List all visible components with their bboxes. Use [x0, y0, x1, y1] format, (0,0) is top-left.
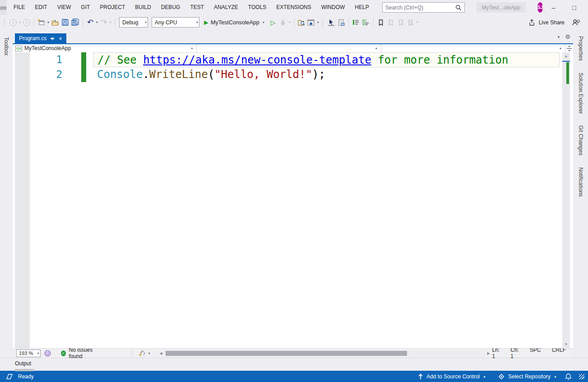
search-icon[interactable] — [455, 5, 462, 11]
vertical-scrollbar[interactable]: ▲ ▼ — [562, 52, 570, 348]
account-avatar[interactable]: SJ — [537, 2, 543, 13]
notifications-bell-icon[interactable] — [565, 373, 572, 380]
menu-project[interactable]: PROJECT — [95, 0, 130, 15]
menu-analyze[interactable]: ANALYZE — [209, 0, 243, 15]
new-project-button[interactable] — [37, 17, 46, 28]
tab-close-icon[interactable]: × — [59, 35, 62, 42]
menu-window[interactable]: WINDOW — [316, 0, 350, 15]
close-button[interactable]: × — [584, 0, 588, 15]
start-without-debugging-button[interactable]: ▷ — [268, 17, 278, 28]
code-token-link[interactable]: https://aka.ms/new-console-template — [143, 54, 371, 66]
breakpoint-margin-cell[interactable] — [15, 52, 30, 67]
search-box[interactable] — [382, 2, 465, 13]
menu-debug[interactable]: DEBUG — [156, 0, 185, 15]
navigate-back-chevron-icon[interactable]: ▾ — [18, 20, 22, 24]
window-resize-grip[interactable] — [579, 374, 584, 379]
toggle-bookmark-button[interactable] — [376, 17, 386, 28]
open-file-button[interactable] — [50, 17, 60, 28]
previous-bookmark-button[interactable] — [386, 17, 396, 28]
toolbar-grip[interactable] — [321, 18, 325, 27]
run-chevron-icon[interactable]: ▾ — [262, 20, 265, 24]
split-window-button[interactable] — [565, 44, 573, 52]
new-project-chevron-icon[interactable]: ▾ — [46, 20, 50, 24]
sync-with-active-document-button[interactable] — [306, 17, 316, 28]
save-button[interactable] — [60, 17, 70, 28]
right-dock-tab-properties[interactable]: Properties — [578, 33, 584, 64]
undo-chevron-icon[interactable]: ▾ — [95, 20, 99, 24]
live-share-button[interactable]: Live Share — [528, 19, 571, 26]
document-health-indicator[interactable]: ✓ No issues found — [61, 347, 102, 359]
sync-chevron-icon[interactable]: ▾ — [316, 20, 320, 24]
left-dock-tab-toolbox[interactable]: Toolbox — [3, 34, 9, 58]
configuration-select[interactable]: Debug ▾ — [119, 17, 148, 28]
line-ending-indicator[interactable]: CRLF — [552, 347, 566, 359]
horizontal-scrollbar-thumb[interactable] — [166, 351, 407, 356]
undo-button[interactable]: ↶ — [85, 17, 95, 28]
menu-git[interactable]: GIT — [76, 0, 95, 15]
menu-test[interactable]: TEST — [185, 0, 209, 15]
redo-button[interactable]: ↷ — [99, 17, 109, 28]
right-dock-tab-git-changes[interactable]: Git Changes — [578, 123, 584, 158]
insert-mode-indicator[interactable]: SPC — [530, 347, 541, 359]
scroll-left-icon[interactable]: ◀ — [157, 351, 165, 355]
add-to-source-control-button[interactable]: Add to Source Control ▲ — [414, 373, 490, 380]
bottom-panel-tab-output[interactable]: Output — [15, 358, 34, 371]
search-input[interactable] — [385, 5, 455, 11]
next-bookmark-button[interactable] — [396, 17, 406, 28]
code-text[interactable]: Console.WriteLine("Hello, World!"); — [93, 67, 560, 82]
menu-tools[interactable]: TOOLS — [243, 0, 271, 15]
maximize-button[interactable]: □ — [564, 0, 584, 15]
select-repository-button[interactable]: Select Repository ▲ — [494, 373, 560, 380]
menu-build[interactable]: BUILD — [130, 0, 156, 15]
save-all-button[interactable] — [70, 17, 80, 28]
toolbar-grip[interactable] — [3, 18, 7, 27]
code-text[interactable]: // See https://aka.ms/new-console-templa… — [93, 52, 560, 67]
platform-select[interactable]: Any CPU ▾ — [152, 17, 199, 28]
breakpoint-margin-cell[interactable] — [15, 67, 30, 82]
start-debugging-button[interactable]: ▶ MyTestConsoleApp ▾ — [204, 19, 265, 26]
redo-chevron-icon[interactable]: ▾ — [109, 20, 112, 24]
hot-reload-button[interactable] — [278, 17, 288, 28]
navigate-back-button[interactable]: ‹ — [8, 17, 18, 28]
scroll-right-icon[interactable]: ▶ — [485, 351, 492, 355]
document-outline-button[interactable] — [336, 17, 346, 28]
code-cleanup-button[interactable]: ▾ — [127, 350, 151, 357]
minimize-button[interactable]: – — [543, 0, 564, 15]
tab-options-gear-icon[interactable]: ⚙ — [565, 33, 570, 40]
tab-program-cs[interactable]: Program.cs × — [15, 33, 66, 43]
scroll-down-icon[interactable]: ▼ — [562, 341, 570, 348]
hot-reload-chevron-icon[interactable]: ▾ — [288, 20, 292, 24]
pin-icon[interactable] — [50, 36, 55, 41]
member-dropdown[interactable]: ▾ — [381, 44, 565, 52]
scroll-up-icon[interactable]: ▲ — [562, 52, 570, 60]
clear-bookmarks-button[interactable] — [406, 17, 416, 28]
zoom-select[interactable]: 193 % ▾ — [16, 350, 41, 357]
intellicode-icon[interactable] — [44, 350, 51, 357]
menu-file[interactable]: FILE — [9, 0, 30, 15]
code-cleanup-chevron-icon[interactable]: ▾ — [148, 351, 151, 355]
menu-help[interactable]: HELP — [350, 0, 374, 15]
menu-extensions[interactable]: EXTENSIONS — [271, 0, 316, 15]
feedback-button[interactable] — [571, 17, 588, 28]
window-list-chevron-icon[interactable]: ▾ — [558, 35, 560, 39]
comment-lines-button[interactable] — [351, 17, 361, 28]
solution-name-badge[interactable]: MyTest...oleApp — [477, 2, 526, 13]
bookmarks-chevron-icon[interactable]: ▾ — [416, 20, 419, 24]
breakpoint-margin[interactable] — [15, 52, 30, 348]
column-indicator[interactable]: Ch: 1 — [510, 347, 519, 359]
right-dock-tab-solution-explorer[interactable]: Solution Explorer — [578, 70, 584, 116]
navigate-forward-button[interactable]: › — [22, 17, 32, 28]
menu-edit[interactable]: EDIT — [30, 0, 52, 15]
find-in-files-button[interactable] — [296, 17, 306, 28]
horizontal-scrollbar-track[interactable] — [165, 350, 485, 357]
code-line-1[interactable]: 1// See https://aka.ms/new-console-templ… — [13, 52, 562, 67]
horizontal-scrollbar[interactable]: ◀ ▶ — [157, 350, 492, 357]
code-editor[interactable]: 1// See https://aka.ms/new-console-templ… — [13, 52, 573, 348]
line-indicator[interactable]: Ln: 1 — [492, 347, 500, 359]
type-dropdown[interactable]: ▾ — [197, 44, 381, 52]
uncomment-lines-button[interactable]: 2 — [361, 17, 371, 28]
code-line-2[interactable]: 2Console.WriteLine("Hello, World!"); — [13, 67, 562, 82]
right-dock-tab-notifications[interactable]: Notifications — [578, 165, 584, 199]
project-dropdown[interactable]: C# MyTestConsoleApp ▾ — [13, 44, 197, 52]
menu-view[interactable]: VIEW — [52, 0, 76, 15]
